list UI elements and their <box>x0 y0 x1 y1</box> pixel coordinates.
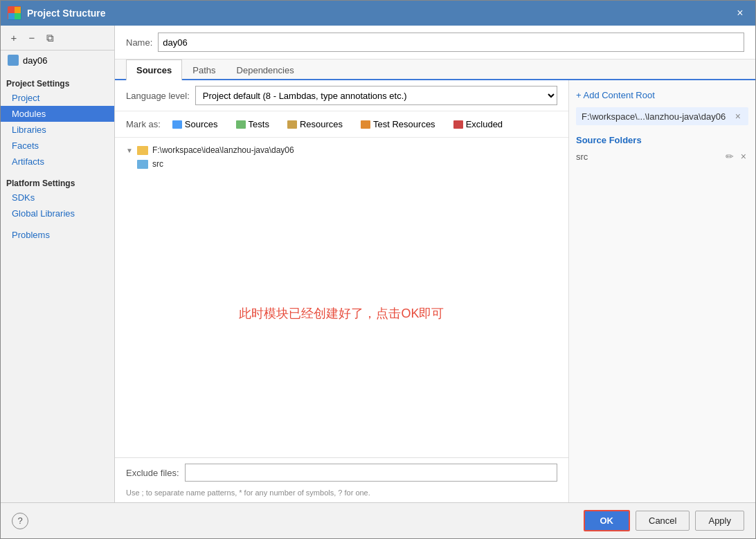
language-level-select[interactable]: Project default (8 - Lambdas, type annot… <box>195 86 557 105</box>
middle-area: Language level: Project default (8 - Lam… <box>115 80 755 502</box>
tree-src[interactable]: src <box>115 157 568 171</box>
mark-tests-label: Tests <box>249 119 269 129</box>
source-folder-name: src <box>576 152 588 162</box>
close-button[interactable]: × <box>732 5 748 21</box>
sidebar: + − ⧉ day06 Project Settings Project Mod… <box>1 26 115 502</box>
mark-excluded-label: Excluded <box>466 119 503 129</box>
svg-rect-2 <box>8 13 15 19</box>
sidebar-item-artifacts[interactable]: Artifacts <box>1 154 114 170</box>
edit-source-folder-button[interactable]: ✏ <box>723 150 736 163</box>
bottom-bar: ? OK Cancel Apply <box>1 502 755 538</box>
exclude-files-label: Exclude files: <box>126 468 179 478</box>
add-content-root-button[interactable]: + Add Content Root <box>576 87 748 103</box>
test-resources-icon <box>361 120 370 129</box>
copy-module-button[interactable]: ⧉ <box>42 30 57 46</box>
src-folder-icon <box>137 160 148 169</box>
help-button[interactable]: ? <box>12 513 28 529</box>
content-root-close-button[interactable]: × <box>733 110 743 122</box>
title-bar: Project Structure × <box>1 1 755 26</box>
root-folder-icon <box>137 146 148 155</box>
exclude-files-hint: Use ; to separate name patterns, * for a… <box>115 487 568 502</box>
sidebar-item-sdks[interactable]: SDKs <box>1 190 114 205</box>
file-panel: Language level: Project default (8 - Lam… <box>115 80 568 502</box>
name-input[interactable] <box>158 33 744 52</box>
sidebar-item-project[interactable]: Project <box>1 90 114 106</box>
name-row: Name: <box>115 26 755 60</box>
mark-as-row: Mark as: Sources Tests Resources <box>115 111 568 138</box>
src-label: src <box>152 159 163 169</box>
chevron-down-icon: ▼ <box>126 147 133 154</box>
tab-paths[interactable]: Paths <box>182 60 226 80</box>
language-level-label: Language level: <box>126 91 190 101</box>
content-root-path: F:\workspace\...\lanzhou-java\day06 <box>582 111 726 122</box>
svg-rect-0 <box>8 7 15 13</box>
mark-test-resources-button[interactable]: Test Resources <box>354 117 442 131</box>
platform-settings-section-label: Platform Settings <box>1 175 114 190</box>
tab-sources[interactable]: Sources <box>126 60 182 80</box>
source-folder-item: src ✏ × <box>576 148 748 165</box>
mark-sources-label: Sources <box>185 119 218 129</box>
tests-icon <box>236 120 246 129</box>
mark-resources-button[interactable]: Resources <box>281 117 349 131</box>
tab-dependencies[interactable]: Dependencies <box>226 60 305 80</box>
project-structure-dialog: Project Structure × + − ⧉ day06 Project … <box>0 0 756 539</box>
source-folders-label: Source Folders <box>576 135 748 145</box>
svg-rect-1 <box>15 7 21 13</box>
cancel-button[interactable]: Cancel <box>636 511 690 531</box>
app-icon <box>8 6 21 20</box>
window-title: Project Structure <box>27 8 106 19</box>
content-root-item: F:\workspace\...\lanzhou-java\day06 × <box>576 107 748 125</box>
mark-as-label: Mark as: <box>126 119 161 129</box>
excluded-icon <box>453 120 463 129</box>
mark-test-resources-label: Test Resources <box>373 119 435 129</box>
name-label: Name: <box>126 37 152 48</box>
sidebar-item-global-libraries[interactable]: Global Libraries <box>1 205 114 221</box>
remove-source-folder-button[interactable]: × <box>739 150 748 163</box>
add-module-button[interactable]: + <box>6 30 21 46</box>
remove-module-button[interactable]: − <box>24 30 39 46</box>
module-icon <box>8 55 19 66</box>
apply-button[interactable]: Apply <box>695 511 744 531</box>
right-panel: + Add Content Root F:\workspace\...\lanz… <box>568 80 755 502</box>
module-name: day06 <box>23 55 47 66</box>
project-settings-section-label: Project Settings <box>1 75 114 90</box>
tree-root[interactable]: ▼ F:\workspace\idea\lanzhou-java\day06 <box>115 143 568 157</box>
exclude-files-input[interactable] <box>185 464 557 482</box>
file-tree[interactable]: ▼ F:\workspace\idea\lanzhou-java\day06 s… <box>115 138 568 457</box>
sidebar-item-problems[interactable]: Problems <box>1 227 114 243</box>
svg-rect-3 <box>15 13 21 19</box>
tabs-row: Sources Paths Dependencies <box>115 60 755 80</box>
mark-excluded-button[interactable]: Excluded <box>447 117 509 131</box>
main-panel: Name: Sources Paths Dependencies Languag… <box>115 26 755 502</box>
source-folder-actions: ✏ × <box>723 150 748 163</box>
root-path-label: F:\workspace\idea\lanzhou-java\day06 <box>152 145 294 155</box>
mark-sources-button[interactable]: Sources <box>166 117 224 131</box>
module-item-day06[interactable]: day06 <box>1 51 114 70</box>
mark-resources-label: Resources <box>300 119 343 129</box>
ok-button[interactable]: OK <box>584 510 631 531</box>
language-row: Language level: Project default (8 - Lam… <box>115 80 568 111</box>
title-bar-left: Project Structure <box>8 6 106 20</box>
sidebar-item-modules[interactable]: Modules <box>1 106 114 122</box>
sources-icon <box>172 120 182 129</box>
sidebar-item-libraries[interactable]: Libraries <box>1 122 114 138</box>
sidebar-item-facets[interactable]: Facets <box>1 138 114 154</box>
annotation-text: 此时模块已经创建好了，点击OK即可 <box>239 305 444 322</box>
sidebar-toolbar: + − ⧉ <box>1 26 114 51</box>
resources-icon <box>287 120 297 129</box>
mark-tests-button[interactable]: Tests <box>230 117 276 131</box>
exclude-files-row: Exclude files: <box>115 457 568 487</box>
content-area: + − ⧉ day06 Project Settings Project Mod… <box>1 26 755 502</box>
